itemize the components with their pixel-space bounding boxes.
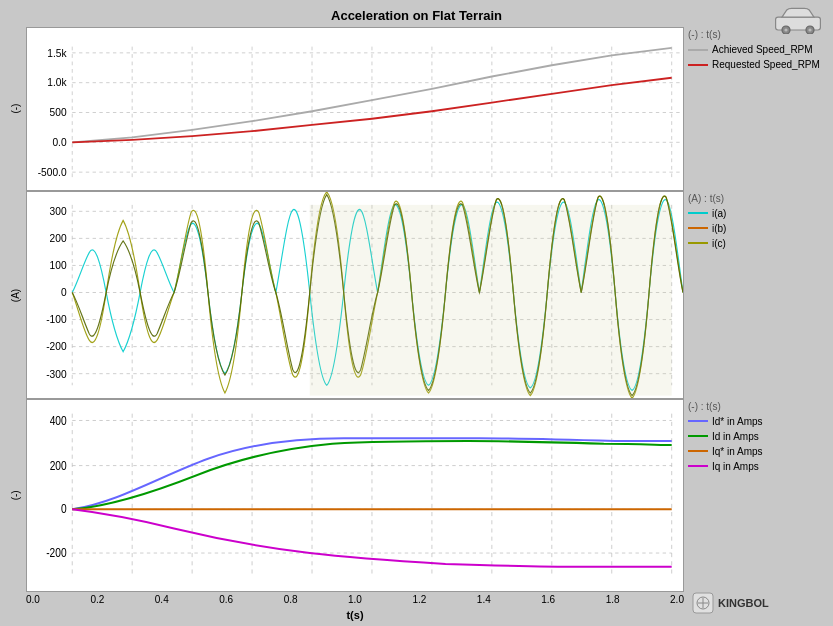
- svg-text:-500.0: -500.0: [38, 165, 67, 178]
- y-label-1: (-): [4, 27, 26, 191]
- svg-text:200: 200: [50, 231, 67, 244]
- legend-3: (-) : t(s) Id* in Amps Id in Amps Iq* in…: [684, 399, 829, 592]
- charts-area: (-): [4, 27, 829, 592]
- svg-text:0: 0: [61, 502, 67, 515]
- x-axis-label: t(s): [26, 609, 684, 621]
- legend-1: (-) : t(s) Achieved Speed_RPM Requested …: [684, 27, 829, 191]
- svg-text:1.0k: 1.0k: [47, 76, 67, 89]
- svg-rect-52: [310, 204, 672, 395]
- legend-2: (A) : t(s) i(a) i(b) i(c): [684, 191, 829, 399]
- x-tick-6: 1.2: [412, 594, 426, 605]
- svg-text:1.5k: 1.5k: [47, 46, 67, 59]
- svg-text:100: 100: [50, 258, 67, 271]
- legend-axis-3: (-) : t(s): [688, 401, 825, 412]
- svg-text:-200: -200: [46, 546, 66, 559]
- kingbol-badge: KINGBOL: [692, 592, 769, 614]
- chart-title: Acceleration on Flat Terrain: [4, 8, 829, 23]
- x-tick-1: 0.2: [90, 594, 104, 605]
- main-container: Acceleration on Flat Terrain (-): [0, 0, 833, 626]
- x-tick-7: 1.4: [477, 594, 491, 605]
- x-tick-2: 0.4: [155, 594, 169, 605]
- svg-text:500: 500: [50, 106, 67, 119]
- legend-item-ia: i(a): [688, 207, 825, 220]
- x-tick-4: 0.8: [284, 594, 298, 605]
- svg-text:0: 0: [61, 285, 67, 298]
- x-tick-5: 1.0: [348, 594, 362, 605]
- svg-point-3: [784, 28, 787, 31]
- kingbol-logo-icon: [692, 592, 714, 614]
- svg-text:-300: -300: [46, 366, 66, 379]
- x-tick-8: 1.6: [541, 594, 555, 605]
- y-label-3: (-): [4, 399, 26, 592]
- x-ticks: 0.0 0.2 0.4 0.6 0.8 1.0 1.2 1.4 1.6 1.8 …: [26, 592, 684, 607]
- legend-item-ic: i(c): [688, 237, 825, 250]
- x-tick-0: 0.0: [26, 594, 40, 605]
- svg-text:0.0: 0.0: [52, 136, 66, 149]
- chart-panel-3: 400 200 0 -200: [26, 399, 684, 592]
- svg-text:200: 200: [50, 458, 67, 471]
- x-ticks-container: 0.0 0.2 0.4 0.6 0.8 1.0 1.2 1.4 1.6 1.8 …: [26, 592, 684, 621]
- chart-row-1: (-): [4, 27, 829, 191]
- legend-item-iq-star: Iq* in Amps: [688, 445, 825, 458]
- x-tick-9: 1.8: [606, 594, 620, 605]
- legend-item-achieved: Achieved Speed_RPM: [688, 43, 825, 56]
- svg-text:-100: -100: [46, 312, 66, 325]
- svg-text:300: 300: [50, 204, 67, 217]
- chart-panel-2: 300 200 100 0 -100 -200 -300: [26, 191, 684, 399]
- chart-row-2: (A): [4, 191, 829, 399]
- car-icon: [773, 6, 823, 34]
- y-label-2: (A): [4, 191, 26, 399]
- legend-item-id: Id in Amps: [688, 430, 825, 443]
- x-tick-10: 2.0: [670, 594, 684, 605]
- legend-item-id-star: Id* in Amps: [688, 415, 825, 428]
- chart-row-3: (-): [4, 399, 829, 592]
- x-tick-3: 0.6: [219, 594, 233, 605]
- svg-point-4: [808, 28, 811, 31]
- kingbol-text: KINGBOL: [718, 597, 769, 609]
- legend-item-ib: i(b): [688, 222, 825, 235]
- chart-panel-1: 1.5k 1.0k 500 0.0 -500.0: [26, 27, 684, 191]
- svg-text:-200: -200: [46, 339, 66, 352]
- legend-item-iq: Iq in Amps: [688, 460, 825, 473]
- legend-axis-2: (A) : t(s): [688, 193, 825, 204]
- legend-item-requested: Requested Speed_RPM: [688, 58, 825, 71]
- x-axis-area: 0.0 0.2 0.4 0.6 0.8 1.0 1.2 1.4 1.6 1.8 …: [4, 592, 829, 622]
- svg-text:400: 400: [50, 413, 67, 426]
